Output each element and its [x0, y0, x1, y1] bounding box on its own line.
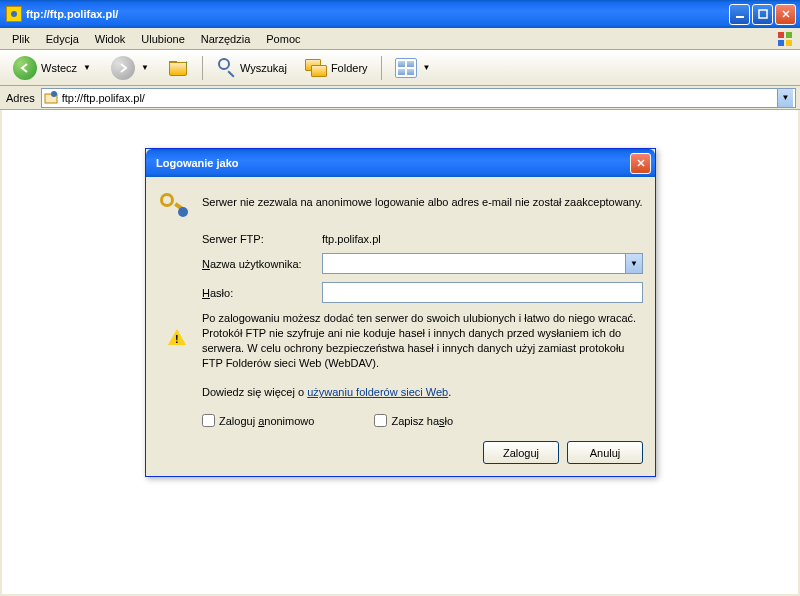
up-button[interactable]: ↑: [162, 54, 196, 82]
key-icon: [160, 191, 192, 223]
save-password-check-input[interactable]: [374, 414, 387, 427]
folder-up-icon: ↑: [169, 58, 189, 78]
warning-icon: !: [168, 329, 186, 347]
address-label: Adres: [4, 92, 37, 104]
svg-rect-7: [778, 40, 784, 46]
svg-rect-1: [736, 16, 744, 18]
back-dropdown-icon[interactable]: ▼: [81, 63, 93, 72]
app-icon: [6, 6, 22, 22]
address-dropdown-icon[interactable]: ▼: [777, 89, 793, 107]
svg-point-10: [51, 91, 57, 97]
server-value: ftp.polifax.pl: [322, 233, 643, 245]
info-line-1: Po zalogowaniu możesz dodać ten serwer d…: [202, 311, 643, 326]
svg-rect-5: [778, 32, 784, 38]
address-field-wrapper: ▼: [41, 88, 796, 108]
maximize-button[interactable]: [752, 4, 773, 25]
anonymous-check-input[interactable]: [202, 414, 215, 427]
svg-rect-2: [759, 10, 767, 18]
back-icon: [13, 56, 37, 80]
dialog-title: Logowanie jako: [156, 157, 630, 169]
save-password-checkbox[interactable]: Zapisz hasło: [374, 414, 453, 427]
info-line-2: Protokół FTP nie szyfruje ani nie koduje…: [202, 326, 643, 371]
back-button[interactable]: Wstecz ▼: [6, 54, 100, 82]
dialog-titlebar: Logowanie jako: [146, 149, 655, 177]
webdav-link[interactable]: używaniu folderów sieci Web: [307, 386, 448, 398]
username-label: Nazwa użytkownika:: [202, 258, 322, 270]
views-button[interactable]: ▼: [388, 54, 440, 82]
address-bar: Adres ▼: [0, 86, 800, 110]
dialog-body: Serwer nie zezwala na anonimowe logowani…: [146, 177, 655, 476]
folders-button[interactable]: Foldery: [298, 54, 375, 82]
ftp-icon: [44, 90, 58, 106]
views-dropdown-icon[interactable]: ▼: [421, 63, 433, 72]
login-button[interactable]: Zaloguj: [483, 441, 559, 464]
svg-rect-6: [786, 32, 792, 38]
cancel-button[interactable]: Anuluj: [567, 441, 643, 464]
views-icon: [395, 58, 417, 78]
close-button[interactable]: [775, 4, 796, 25]
username-dropdown-icon[interactable]: ▼: [626, 253, 643, 274]
login-dialog: Logowanie jako Serwer nie zezwala na ano…: [145, 148, 656, 477]
window-titlebar: ftp://ftp.polifax.pl/: [0, 0, 800, 28]
back-label: Wstecz: [41, 62, 77, 74]
menu-view[interactable]: Widok: [87, 31, 134, 47]
search-icon: [216, 58, 236, 78]
forward-button[interactable]: ▼: [104, 54, 158, 82]
menu-favorites[interactable]: Ulubione: [133, 31, 192, 47]
menu-edit[interactable]: Edycja: [38, 31, 87, 47]
menu-file[interactable]: Plik: [4, 31, 38, 47]
menu-help[interactable]: Pomoc: [258, 31, 308, 47]
minimize-button[interactable]: [729, 4, 750, 25]
password-input[interactable]: [322, 282, 643, 303]
search-label: Wyszukaj: [240, 62, 287, 74]
server-label: Serwer FTP:: [202, 233, 322, 245]
folders-icon: [305, 59, 327, 77]
address-input[interactable]: [62, 92, 773, 104]
dialog-message: Serwer nie zezwala na anonimowe logowani…: [202, 195, 643, 209]
password-label: Hasło:: [202, 287, 322, 299]
dialog-close-button[interactable]: [630, 153, 651, 174]
folders-label: Foldery: [331, 62, 368, 74]
window-title: ftp://ftp.polifax.pl/: [26, 8, 729, 20]
toolbar-separator-2: [381, 56, 382, 80]
username-input[interactable]: [322, 253, 626, 274]
forward-icon: [111, 56, 135, 80]
toolbar: Wstecz ▼ ▼ ↑ Wyszukaj Foldery ▼: [0, 50, 800, 86]
anonymous-checkbox[interactable]: Zaloguj anonimowo: [202, 414, 314, 427]
search-button[interactable]: Wyszukaj: [209, 54, 294, 82]
menu-tools[interactable]: Narzędzia: [193, 31, 259, 47]
toolbar-separator: [202, 56, 203, 80]
menubar: Plik Edycja Widok Ulubione Narzędzia Pom…: [0, 28, 800, 50]
dialog-info: Po zalogowaniu możesz dodać ten serwer d…: [202, 311, 643, 400]
svg-rect-8: [786, 40, 792, 46]
svg-point-0: [11, 11, 17, 17]
forward-dropdown-icon[interactable]: ▼: [139, 63, 151, 72]
windows-flag-icon: [776, 30, 796, 48]
content-area: Logowanie jako Serwer nie zezwala na ano…: [0, 110, 800, 596]
learn-more: Dowiedz się więcej o używaniu folderów s…: [202, 385, 643, 400]
